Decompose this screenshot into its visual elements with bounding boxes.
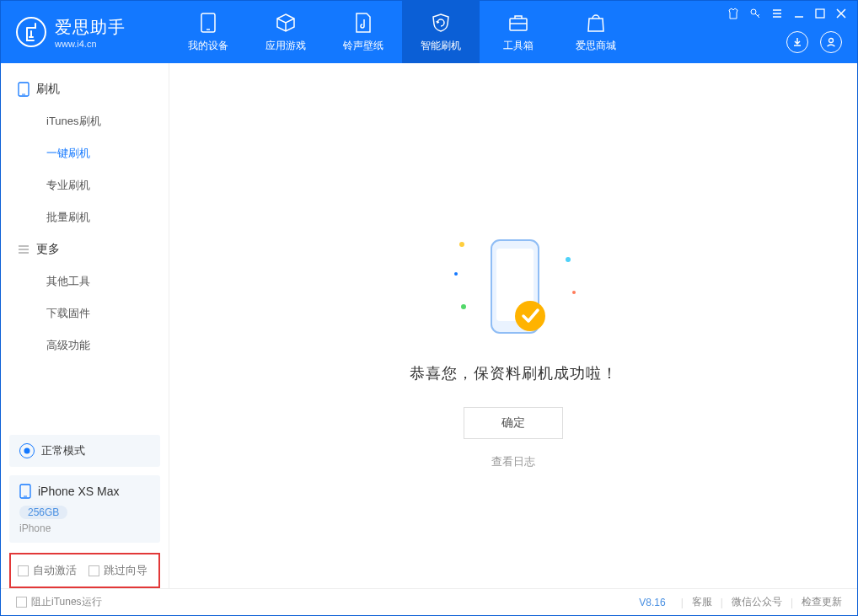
skip-guide-checkbox[interactable]: 跳过向导 xyxy=(88,563,147,578)
support-link[interactable]: 客服 xyxy=(692,595,712,609)
shirt-icon[interactable] xyxy=(727,8,739,19)
device-type: iPhone xyxy=(19,522,150,534)
nav-smart-flash[interactable]: 智能刷机 xyxy=(402,1,480,63)
phone-icon xyxy=(201,12,216,34)
svg-point-12 xyxy=(515,301,545,331)
top-nav: 我的设备 应用游戏 铃声壁纸 智能刷机 工具箱 爱思商城 xyxy=(169,1,635,63)
sidebar-item-onekey-flash[interactable]: 一键刷机 xyxy=(1,137,169,169)
download-icon[interactable] xyxy=(786,31,808,53)
sidebar-group-more: 更多 xyxy=(1,233,169,265)
sidebar-item-advanced[interactable]: 高级功能 xyxy=(1,329,169,362)
mode-indicator-icon xyxy=(19,443,35,458)
device-small-icon xyxy=(18,82,29,97)
sidebar: 刷机 iTunes刷机 一键刷机 专业刷机 批量刷机 更多 其他工具 下载固件 … xyxy=(1,63,169,588)
nav-ringtones[interactable]: 铃声壁纸 xyxy=(324,1,402,63)
main-content: 恭喜您，保资料刷机成功啦！ 确定 查看日志 xyxy=(169,63,857,588)
body: 刷机 iTunes刷机 一键刷机 专业刷机 批量刷机 更多 其他工具 下载固件 … xyxy=(1,63,857,588)
sidebar-item-download-firmware[interactable]: 下载固件 xyxy=(1,297,169,329)
app-window: 爱思助手 www.i4.cn 我的设备 应用游戏 铃声壁纸 智能刷机 xyxy=(0,0,858,616)
auto-activate-checkbox[interactable]: 自动激活 xyxy=(18,563,77,578)
maximize-icon[interactable] xyxy=(815,8,825,19)
brand-name-en: www.i4.cn xyxy=(55,39,126,49)
minimize-icon[interactable] xyxy=(793,8,805,19)
nav-toolbox[interactable]: 工具箱 xyxy=(480,1,557,63)
refresh-shield-icon xyxy=(431,12,451,34)
ok-button[interactable]: 确定 xyxy=(464,407,563,439)
mode-label: 正常模式 xyxy=(41,443,85,458)
logo-icon xyxy=(16,17,46,47)
logo: 爱思助手 www.i4.cn xyxy=(1,1,169,63)
menu-icon[interactable] xyxy=(771,8,783,19)
check-update-link[interactable]: 检查更新 xyxy=(802,595,842,609)
svg-point-5 xyxy=(829,39,834,43)
device-box[interactable]: iPhone XS Max 256GB iPhone xyxy=(9,475,160,543)
device-capacity: 256GB xyxy=(19,506,67,519)
header: 爱思助手 www.i4.cn 我的设备 应用游戏 铃声壁纸 智能刷机 xyxy=(1,1,857,63)
bag-icon xyxy=(587,12,605,34)
user-icon[interactable] xyxy=(820,31,842,53)
list-icon xyxy=(18,244,29,255)
sidebar-item-batch-flash[interactable]: 批量刷机 xyxy=(1,201,169,233)
close-icon[interactable] xyxy=(835,8,847,19)
cube-icon xyxy=(276,12,296,34)
nav-apps[interactable]: 应用游戏 xyxy=(247,1,324,63)
nav-store[interactable]: 爱思商城 xyxy=(557,1,635,63)
sidebar-item-itunes-flash[interactable]: iTunes刷机 xyxy=(1,105,169,137)
wechat-link[interactable]: 微信公众号 xyxy=(732,595,782,609)
window-controls xyxy=(727,8,847,19)
mode-box[interactable]: 正常模式 xyxy=(9,435,160,467)
sidebar-item-pro-flash[interactable]: 专业刷机 xyxy=(1,169,169,201)
nav-my-device[interactable]: 我的设备 xyxy=(169,1,247,63)
view-log-link[interactable]: 查看日志 xyxy=(491,454,535,469)
sidebar-group-flash: 刷机 xyxy=(1,73,169,105)
header-actions xyxy=(786,31,842,53)
success-illustration xyxy=(454,232,572,350)
sidebar-item-other-tools[interactable]: 其他工具 xyxy=(1,265,169,297)
key-icon[interactable] xyxy=(749,8,761,19)
footer: 阻止iTunes运行 V8.16 | 客服 | 微信公众号 | 检查更新 xyxy=(1,588,857,615)
device-small-icon xyxy=(19,484,31,499)
svg-rect-2 xyxy=(510,19,527,30)
highlighted-checks: 自动激活 跳过向导 xyxy=(9,553,160,588)
block-itunes-checkbox[interactable]: 阻止iTunes运行 xyxy=(16,595,102,609)
device-name: iPhone XS Max xyxy=(38,485,120,498)
svg-rect-4 xyxy=(816,9,824,18)
success-message: 恭喜您，保资料刷机成功啦！ xyxy=(410,363,618,383)
music-file-icon xyxy=(355,12,372,34)
toolbox-icon xyxy=(508,12,528,34)
version-label: V8.16 xyxy=(639,597,665,608)
brand-name-cn: 爱思助手 xyxy=(55,16,126,39)
